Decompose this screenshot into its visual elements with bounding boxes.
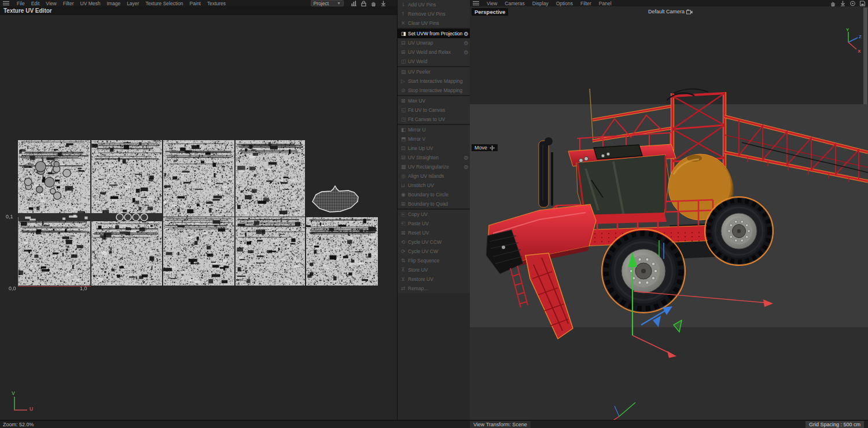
uv-rectangularize-icon: ▦ xyxy=(401,164,408,170)
orientation-gizmo[interactable]: Y Z X xyxy=(838,26,865,54)
cycle-uv-ccw-button[interactable]: ⟲Cycle UV CCW xyxy=(398,237,470,247)
front-wheel[interactable] xyxy=(602,229,685,313)
start-interactive-mapping-button[interactable]: ▷Start Interactive Mapping xyxy=(398,76,470,86)
restore-uv-button[interactable]: ⊻Restore UV xyxy=(398,275,470,284)
scene-sprayer-machine[interactable] xyxy=(470,6,868,420)
align-uv-islands-button[interactable]: ◎Align UV Islands xyxy=(398,171,470,181)
add-uv-pins-icon: ⇂ xyxy=(401,2,408,8)
menu-uv-mesh[interactable]: UV Mesh xyxy=(80,1,101,6)
remap-button[interactable]: ⇄Remap... xyxy=(398,284,470,293)
anchor-icon[interactable] xyxy=(840,1,846,6)
viewport-statusbar: View Transform: Scene Grid Spacing : 500… xyxy=(470,420,868,428)
restore-uv-icon: ⊻ xyxy=(401,276,408,282)
remove-uv-pins-button[interactable]: ↿Remove UV Pins xyxy=(398,9,470,19)
flip-sequence-icon: ⇅ xyxy=(401,258,408,264)
lock-icon[interactable] xyxy=(361,1,367,6)
clear-uv-pins-label: Clear UV Pins xyxy=(408,20,469,26)
command-group: ⇂Add UV Pins↿Remove UV Pins✕Clear UV Pin… xyxy=(398,0,470,28)
target-icon[interactable] xyxy=(849,1,856,6)
u-axis-label: U xyxy=(30,406,34,412)
mirror-v-button[interactable]: ⬒Mirror V xyxy=(398,134,470,144)
uv-peeler-button[interactable]: ▤UV Peeler xyxy=(398,67,470,76)
reset-uv-label: Reset UV xyxy=(408,230,469,236)
menu-filter[interactable]: Filter xyxy=(63,1,74,6)
reset-uv-icon: ⊠ xyxy=(401,230,408,236)
uv-rectangularize-button[interactable]: ▦UV Rectangularize⚙ xyxy=(398,162,470,171)
menu-image[interactable]: Image xyxy=(107,1,121,6)
menu-paint[interactable]: Paint xyxy=(190,1,201,6)
uv-weld-button[interactable]: ◫UV Weld xyxy=(398,57,470,66)
uv-straighten-label: UV Straighten xyxy=(408,155,462,160)
uv-straighten-options-gear-icon[interactable]: ⚙ xyxy=(462,155,469,161)
remove-uv-pins-icon: ↿ xyxy=(401,11,408,17)
plane-handle-green[interactable] xyxy=(674,320,682,332)
vp-menu-cameras[interactable]: Cameras xyxy=(505,1,524,6)
copy-uv-label: Copy UV xyxy=(408,211,469,217)
line-up-uv-button[interactable]: ⊡Line Up UV xyxy=(398,144,470,153)
panel-menu-icon[interactable] xyxy=(3,1,9,6)
camera-icon xyxy=(686,9,693,14)
fit-uv-to-canvas-button[interactable]: ◱Fit UV to Canvas xyxy=(398,105,470,115)
max-uv-button[interactable]: ⊠Max UV xyxy=(398,96,470,105)
set-uvw-from-projection-options-gear-icon[interactable]: ⚙ xyxy=(462,31,469,37)
fit-uv-to-canvas-label: Fit UV to Canvas xyxy=(408,107,469,113)
hydraulic-hose xyxy=(674,89,708,93)
rear-wheel[interactable] xyxy=(705,197,773,265)
menu-view[interactable]: View xyxy=(46,1,56,6)
clear-uv-pins-button[interactable]: ✕Clear UV Pins xyxy=(398,19,470,28)
viewport-3d[interactable]: Perspective Default Camera Move xyxy=(470,6,868,420)
set-uvw-from-projection-button[interactable]: ◨Set UVW from Projection⚙ xyxy=(398,29,470,38)
project-dropdown[interactable]: Project ▼ xyxy=(311,0,344,6)
hand-icon[interactable] xyxy=(830,1,836,6)
viewport-menu-icon[interactable] xyxy=(473,1,479,6)
uv-weld-and-relax-options-gear-icon[interactable]: ⚙ xyxy=(462,49,469,56)
boundary-to-quad-button[interactable]: ⊞Boundary to Quad xyxy=(398,199,470,208)
reset-uv-button[interactable]: ⊠Reset UV xyxy=(398,228,470,237)
max-uv-icon: ⊠ xyxy=(401,98,408,104)
view-mode-label[interactable]: Perspective xyxy=(472,8,508,16)
uv-texture-canvas[interactable] xyxy=(0,15,397,420)
camera-label[interactable]: Default Camera xyxy=(648,9,693,14)
exhaust-pipe xyxy=(539,137,553,207)
menu-textures[interactable]: Textures xyxy=(207,1,226,6)
vp-menu-view[interactable]: View xyxy=(487,1,497,6)
menu-edit[interactable]: Edit xyxy=(31,1,40,6)
menu-layer[interactable]: Layer xyxy=(127,1,139,6)
uv-unwrap-button[interactable]: ⊟UV Unwrap⚙ xyxy=(398,38,470,47)
remap-label: Remap... xyxy=(408,286,469,291)
cycle-uv-cw-icon: ⟳ xyxy=(401,248,408,254)
mirror-u-icon: ◧ xyxy=(401,127,408,133)
move-cursor-icon xyxy=(490,145,495,151)
unstitch-uv-button[interactable]: ⊔Unstitch UV xyxy=(398,181,470,190)
boundary-to-circle-button[interactable]: ◉Boundary to Circle xyxy=(398,190,470,199)
vp-menu-filter[interactable]: Filter xyxy=(580,1,591,6)
z-axis-handle[interactable] xyxy=(641,310,667,325)
copy-uv-button[interactable]: ⎘Copy UV xyxy=(398,210,470,219)
command-group: ⊠Max UV◱Fit UV to Canvas◳Fit Canvas to U… xyxy=(398,96,470,124)
histogram-icon[interactable] xyxy=(351,1,357,6)
stop-interactive-mapping-button[interactable]: ⊘Stop Interactive Mapping xyxy=(398,86,470,95)
panel-title: Texture UV Editor xyxy=(0,6,397,16)
anchor-icon[interactable] xyxy=(380,1,387,6)
vp-menu-panel[interactable]: Panel xyxy=(599,1,612,6)
uv-rectangularize-options-gear-icon[interactable]: ⚙ xyxy=(462,164,469,170)
uv-weld-and-relax-button[interactable]: ⊞UV Weld and Relax⚙ xyxy=(398,47,470,57)
paste-uv-button[interactable]: ⎗Paste UV xyxy=(398,219,470,228)
save-view-icon[interactable] xyxy=(859,1,866,6)
fit-canvas-to-uv-button[interactable]: ◳Fit Canvas to UV xyxy=(398,115,470,124)
hand-icon[interactable] xyxy=(370,1,377,6)
store-uv-button[interactable]: ⊼Store UV xyxy=(398,265,470,275)
vp-menu-options[interactable]: Options xyxy=(556,1,573,6)
vp-menu-display[interactable]: Display xyxy=(532,1,549,6)
flip-sequence-button[interactable]: ⇅Flip Sequence xyxy=(398,256,470,265)
mirror-u-button[interactable]: ◧Mirror U xyxy=(398,125,470,134)
viewport-edge-strip xyxy=(863,8,867,104)
uv-straighten-button[interactable]: ⊟UV Straighten⚙ xyxy=(398,153,470,162)
menu-file[interactable]: File xyxy=(17,1,25,6)
uv-unwrap-options-gear-icon[interactable]: ⚙ xyxy=(462,40,469,46)
line-up-uv-label: Line Up UV xyxy=(408,145,469,151)
menu-texture-selection[interactable]: Texture Selection xyxy=(145,1,183,6)
add-uv-pins-button[interactable]: ⇂Add UV Pins xyxy=(398,0,470,9)
cycle-uv-cw-button[interactable]: ⟳Cycle UV CW xyxy=(398,247,470,256)
uv-canvas-area[interactable]: 0,1 0,0 1,0 V U xyxy=(0,15,397,420)
